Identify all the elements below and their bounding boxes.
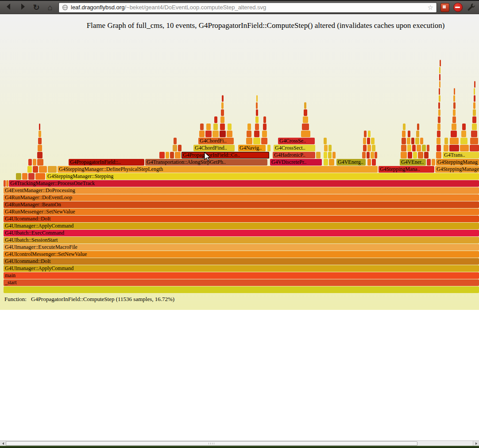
flame-frame[interactable]: [222, 95, 224, 102]
flame-frame[interactable]: [418, 152, 423, 158]
flame-frame[interactable]: [403, 124, 406, 130]
flame-frame[interactable]: [170, 152, 174, 158]
flame-frame[interactable]: G4UImanager::ExecuteMacroFile: [4, 244, 479, 251]
flame-frame[interactable]: G4UIbatch::ExecCommand: [4, 230, 479, 236]
flame-frame[interactable]: [6, 180, 8, 187]
flame-frame[interactable]: [254, 131, 259, 137]
flame-frame[interactable]: [473, 102, 475, 109]
flame-frame[interactable]: [437, 124, 440, 130]
flame-frame[interactable]: G4UIcontrolMessenger::SetNewValue: [4, 251, 479, 258]
flame-frame[interactable]: [253, 138, 260, 144]
flame-frame[interactable]: [402, 131, 406, 137]
flame-frame[interactable]: G4HadronicP..: [273, 152, 315, 158]
flame-frame[interactable]: [332, 152, 336, 158]
flame-frame[interactable]: [206, 124, 211, 130]
flame-frame[interactable]: [304, 109, 307, 116]
flame-frame[interactable]: [247, 124, 251, 130]
flame-frame[interactable]: [367, 152, 370, 158]
flame-frame[interactable]: [424, 152, 429, 158]
flame-frame[interactable]: [472, 116, 476, 123]
extension-red-circle-icon[interactable]: [453, 3, 463, 12]
flame-frame[interactable]: G4EventManager::DoProcessing: [4, 187, 479, 194]
flame-frame[interactable]: [363, 145, 367, 151]
flame-frame[interactable]: [39, 124, 40, 130]
flame-frame[interactable]: [408, 152, 412, 158]
flame-frame[interactable]: [39, 131, 41, 137]
flame-frame[interactable]: [461, 131, 466, 137]
flame-frame[interactable]: [375, 152, 377, 158]
flame-frame[interactable]: G4CrossSe..: [278, 138, 315, 144]
flame-frame[interactable]: [4, 180, 6, 187]
flame-frame[interactable]: [439, 74, 440, 81]
flame-frame[interactable]: [437, 138, 440, 144]
flame-frame[interactable]: [474, 81, 475, 88]
flame-frame[interactable]: [221, 102, 224, 109]
flame-frame[interactable]: [175, 152, 181, 158]
flame-frame[interactable]: G4SteppingManager::Stepping: [46, 173, 479, 180]
flame-frame[interactable]: [367, 159, 371, 166]
flame-frame[interactable]: G4SteppingMana..: [379, 166, 434, 173]
flame-frame[interactable]: [178, 145, 182, 151]
flame-frame[interactable]: [159, 152, 165, 158]
flame-frame[interactable]: G4Trans..: [443, 152, 479, 158]
flame-frame[interactable]: [422, 145, 426, 151]
flame-frame[interactable]: [262, 131, 267, 137]
flame-frame[interactable]: [316, 152, 321, 158]
flame-frame[interactable]: [367, 145, 371, 151]
flame-frame[interactable]: [213, 124, 218, 130]
flame-frame[interactable]: [439, 88, 440, 95]
flame-frame[interactable]: [444, 138, 448, 144]
flame-frame[interactable]: [439, 95, 440, 102]
flame-frame[interactable]: [255, 116, 259, 123]
flame-frame[interactable]: [33, 159, 36, 166]
flame-frame[interactable]: [38, 138, 42, 144]
scrollbar-thumb[interactable]: [6, 441, 417, 446]
flame-frame[interactable]: G4CrossSect..: [274, 145, 315, 151]
flame-frame[interactable]: G4Navig..: [238, 145, 266, 151]
flame-frame[interactable]: [362, 152, 366, 158]
flame-frame[interactable]: [438, 116, 440, 123]
flame-frame[interactable]: _start: [4, 279, 479, 286]
flame-frame[interactable]: [221, 109, 224, 116]
extension-red-square-icon[interactable]: [440, 3, 450, 12]
flame-frame[interactable]: G4ChordFind..: [193, 145, 235, 151]
flame-frame[interactable]: [427, 159, 431, 166]
flame-frame[interactable]: [199, 131, 205, 137]
flame-frame[interactable]: G4SteppingManag: [436, 159, 479, 166]
flame-frame[interactable]: [368, 131, 371, 137]
flame-frame[interactable]: G4PropagatorInField::..: [69, 159, 144, 166]
flame-frame[interactable]: [440, 60, 441, 66]
flame-frame[interactable]: [470, 138, 478, 144]
flame-frame[interactable]: [328, 152, 332, 158]
flame-frame[interactable]: [454, 88, 455, 95]
flame-frame[interactable]: G4ChordFi..: [198, 138, 234, 144]
flame-frame[interactable]: [256, 102, 258, 109]
flame-frame[interactable]: [261, 138, 267, 144]
flame-frame[interactable]: [256, 95, 258, 102]
flame-frame[interactable]: [417, 145, 421, 151]
flame-frame[interactable]: [453, 109, 456, 116]
flame-frame[interactable]: [303, 116, 308, 123]
back-button[interactable]: [4, 2, 14, 13]
flame-frame[interactable]: [39, 166, 47, 173]
flame-frame[interactable]: [329, 159, 334, 166]
flame-frame[interactable]: [453, 95, 455, 102]
flame-frame[interactable]: [367, 138, 370, 144]
flame-frame[interactable]: [407, 145, 411, 151]
flame-frame[interactable]: [255, 124, 259, 130]
flame-frame[interactable]: [371, 138, 375, 144]
scroll-left-button[interactable]: [0, 441, 6, 446]
url-text[interactable]: leaf.dragonflybsd.org/~beket/geant4/DoEv…: [71, 4, 266, 11]
flame-frame[interactable]: G4TrackingManager::ProcessOneTrack: [9, 180, 479, 187]
flame-frame[interactable]: [450, 138, 459, 144]
address-bar[interactable]: leaf.dragonflybsd.org/~beket/geant4/DoEv…: [58, 2, 437, 13]
flame-frame[interactable]: G4SteppingManage: [435, 166, 479, 173]
flame-frame[interactable]: [444, 145, 448, 151]
flame-frame[interactable]: G4VEnerg..: [336, 159, 366, 166]
flame-frame[interactable]: [413, 152, 417, 158]
flame-frame[interactable]: [437, 145, 441, 151]
flame-frame[interactable]: [38, 145, 42, 151]
flame-frame[interactable]: [460, 138, 467, 144]
flame-frame[interactable]: [372, 159, 376, 166]
flame-frame[interactable]: [228, 124, 232, 130]
